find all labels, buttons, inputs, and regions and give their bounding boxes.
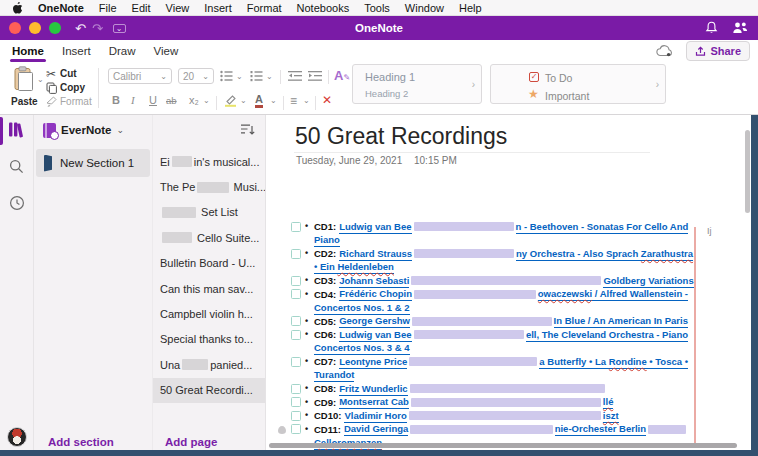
- page-list-item[interactable]: Unapanied...: [153, 352, 266, 377]
- share-people-icon[interactable]: [732, 21, 748, 35]
- cd-link-text[interactable]: / Alfred Wallenstein -: [592, 288, 688, 301]
- script-dropdown-icon[interactable]: ⌄: [203, 96, 210, 105]
- tab-view[interactable]: View: [152, 40, 181, 62]
- menu-item-notebooks[interactable]: Notebooks: [297, 2, 350, 14]
- page-list-item[interactable]: Set List: [153, 200, 266, 225]
- italic-button[interactable]: I: [131, 94, 135, 106]
- menu-item-view[interactable]: View: [166, 2, 190, 14]
- cd-link-text[interactable]: owaczewski: [538, 288, 592, 301]
- paragraph-dropdown-icon[interactable]: ⌄: [303, 96, 310, 105]
- sort-pages-icon[interactable]: [240, 123, 255, 137]
- strikethrough-button[interactable]: ab: [166, 95, 177, 106]
- delete-x-button[interactable]: ✕: [322, 93, 332, 107]
- highlighter-icon[interactable]: [224, 94, 237, 107]
- format-painter-icon[interactable]: [46, 96, 57, 108]
- clear-formatting-icon[interactable]: A✎: [334, 68, 350, 83]
- tag-styles-gallery[interactable]: ✓ To Do ★ Important ›: [490, 64, 666, 104]
- cd-link-text[interactable]: Johann Sebasti: [339, 275, 409, 288]
- page-list-item[interactable]: Campbell violin h...: [153, 301, 266, 326]
- tags-more-chevron-icon[interactable]: ›: [656, 79, 659, 90]
- cd-link-text[interactable]: ny Orchestra - Also Sprach: [516, 248, 641, 261]
- cd-link-text[interactable]: Ludwig van Bee: [339, 329, 411, 342]
- tab-home[interactable]: Home: [10, 40, 46, 62]
- font-color-dropdown-icon[interactable]: ⌄: [270, 96, 277, 105]
- increase-indent-icon[interactable]: [308, 70, 322, 82]
- styles-more-chevron-icon[interactable]: ›: [472, 79, 475, 90]
- cd-link-text[interactable]: Fritz Wunderlic: [339, 383, 407, 396]
- cd-link-text[interactable]: Frédéric Chopin: [339, 288, 412, 301]
- page-list-item[interactable]: Cello Suite...: [153, 225, 266, 250]
- cd-link-text[interactable]: iszt: [603, 410, 619, 423]
- page-list-item[interactable]: Eiin's musical...: [153, 149, 266, 174]
- share-button[interactable]: Share: [686, 41, 750, 61]
- cut-scissors-icon[interactable]: ✂: [46, 67, 56, 81]
- todo-checkbox[interactable]: [291, 357, 301, 367]
- cd-link-text[interactable]: • Tosca •: [647, 356, 688, 369]
- cd-link-text[interactable]: Montserrat Cab: [339, 396, 409, 409]
- todo-checkbox[interactable]: [291, 330, 301, 340]
- paste-button-label[interactable]: Paste: [11, 96, 38, 107]
- bullet-list-icon[interactable]: [220, 70, 233, 82]
- user-avatar[interactable]: [7, 427, 27, 447]
- heading1-style[interactable]: Heading 1: [365, 71, 415, 83]
- cd-link-text[interactable]: Richard Strauss: [339, 248, 412, 261]
- highlighter-dropdown-icon[interactable]: ⌄: [240, 96, 247, 105]
- cd-link-text[interactable]: Rondine: [609, 356, 647, 369]
- menu-item-file[interactable]: File: [99, 2, 117, 14]
- cd-link-text[interactable]: Concertos Nos. 3 & 4: [314, 342, 410, 355]
- page-list-item[interactable]: Bulletin Board - U...: [153, 251, 266, 276]
- cd-link-text[interactable]: n - Beethoven - Sonatas For Cello And: [516, 221, 689, 234]
- todo-checkbox[interactable]: [291, 384, 301, 394]
- menu-item-tools[interactable]: Tools: [364, 2, 390, 14]
- horizontal-scrollbar[interactable]: [269, 443, 737, 448]
- cd-link-text[interactable]: Concertos Nos. 1 & 2: [314, 302, 410, 315]
- cd-link-text[interactable]: Heldenleben: [337, 261, 394, 274]
- numbered-list-dropdown-icon[interactable]: ⌄: [266, 72, 273, 81]
- notifications-bell-icon[interactable]: [705, 21, 718, 35]
- apple-menu-icon[interactable]: [12, 2, 23, 14]
- page-list-item[interactable]: Can this man sav...: [153, 276, 266, 301]
- section-item[interactable]: New Section 1: [36, 149, 150, 177]
- numbered-list-icon[interactable]: [250, 70, 263, 82]
- todo-checkbox[interactable]: [291, 249, 301, 259]
- menu-item-edit[interactable]: Edit: [132, 2, 151, 14]
- cut-button-label[interactable]: Cut: [60, 68, 77, 79]
- todo-tag-label[interactable]: To Do: [545, 72, 572, 84]
- cd-link-text[interactable]: Turandot: [314, 369, 354, 382]
- page-canvas[interactable]: 50 Great Recordings Tuesday, June 29, 20…: [265, 115, 751, 456]
- subscript-button[interactable]: x₂: [189, 94, 199, 106]
- page-list-item[interactable]: Special thanks to...: [153, 327, 266, 352]
- font-color-icon[interactable]: A: [255, 93, 263, 108]
- sync-cloud-icon[interactable]: [656, 45, 674, 57]
- cd-link-text[interactable]: nie-Orchester Berlin: [555, 423, 646, 436]
- notebook-selector[interactable]: EverNote ⌄: [34, 115, 152, 145]
- font-name-combobox[interactable]: Calibri⌄: [108, 68, 172, 84]
- todo-checkbox[interactable]: [291, 276, 301, 286]
- todo-checkbox[interactable]: [291, 289, 301, 299]
- recent-notes-clock-icon[interactable]: [9, 195, 25, 211]
- tab-insert[interactable]: Insert: [60, 40, 93, 62]
- bullet-list-dropdown-icon[interactable]: ⌄: [236, 72, 243, 81]
- cd-link-text[interactable]: • Ein: [314, 261, 337, 274]
- vertical-scrollbar[interactable]: [745, 130, 750, 213]
- copy-button-label[interactable]: Copy: [60, 82, 85, 93]
- decrease-indent-icon[interactable]: [288, 70, 302, 82]
- heading2-style[interactable]: Heading 2: [365, 88, 408, 99]
- cd-link-text[interactable]: llé: [603, 396, 614, 409]
- important-tag-label[interactable]: Important: [545, 90, 589, 102]
- menu-item-format[interactable]: Format: [247, 2, 282, 14]
- copy-icon[interactable]: [46, 82, 57, 94]
- page-list-item[interactable]: 50 Great Recordi...: [153, 378, 266, 403]
- cd-link-text[interactable]: Leontyne Price: [339, 356, 407, 369]
- page-list-item[interactable]: The Pe Musi...: [153, 174, 266, 199]
- menu-item-window[interactable]: Window: [405, 2, 444, 14]
- todo-checkbox[interactable]: [291, 411, 301, 421]
- cd-link-text[interactable]: Zarathustra: [641, 248, 693, 261]
- cd-link-text[interactable]: Vladimir Horo: [344, 410, 406, 423]
- cd-link-text[interactable]: a Butterfly • La: [539, 356, 608, 369]
- paste-dropdown-icon[interactable]: ⌄: [37, 75, 44, 84]
- paragraph-align-icon[interactable]: ≡: [290, 94, 297, 108]
- todo-checkbox[interactable]: [291, 222, 301, 232]
- cd-link-text[interactable]: In Blue / An American In Paris: [554, 315, 688, 328]
- menu-item-help[interactable]: Help: [459, 2, 482, 14]
